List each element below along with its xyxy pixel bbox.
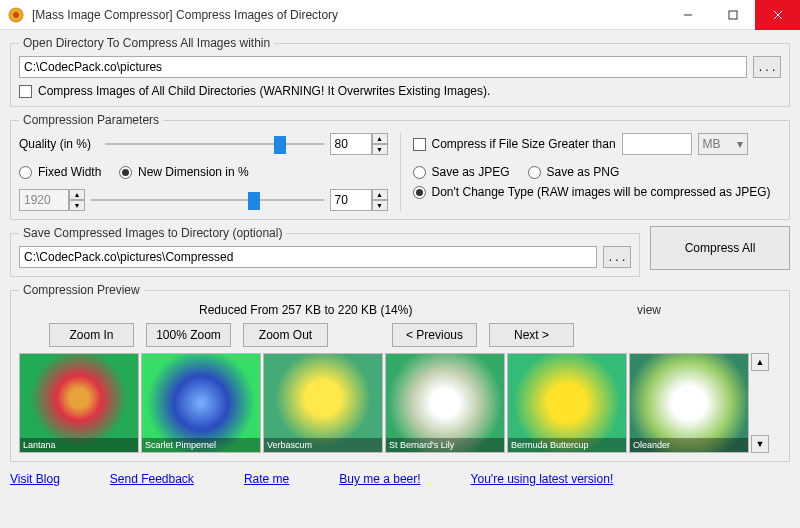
size-threshold-input[interactable]: [622, 133, 692, 155]
quality-down[interactable]: ▼: [372, 144, 388, 155]
reduction-label: Reduced From 257 KB to 220 KB (14%): [199, 303, 412, 317]
dest-browse-button[interactable]: . . .: [603, 246, 631, 268]
child-dirs-checkbox[interactable]: [19, 85, 32, 98]
preview-group: Compression Preview Reduced From 257 KB …: [10, 283, 790, 462]
new-dim-radio[interactable]: [119, 166, 132, 179]
minimize-button[interactable]: [665, 0, 710, 30]
open-directory-legend: Open Directory To Compress All Images wi…: [19, 36, 274, 50]
dont-change-label: Don't Change Type (RAW images will be co…: [432, 185, 771, 199]
thumbnail[interactable]: Scarlet Pimpernel: [141, 353, 261, 453]
title-bar: [Mass Image Compressor] Compress Images …: [0, 0, 800, 30]
save-jpeg-label: Save as JPEG: [432, 165, 510, 179]
save-png-label: Save as PNG: [547, 165, 620, 179]
thumbnail-scrollbar[interactable]: ▲ ▼: [751, 353, 769, 453]
fixed-width-label: Fixed Width: [38, 165, 113, 179]
fixed-width-down[interactable]: ▼: [69, 200, 85, 211]
svg-point-1: [13, 12, 19, 18]
open-directory-group: Open Directory To Compress All Images wi…: [10, 36, 790, 107]
save-dir-group: Save Compressed Images to Directory (opt…: [10, 226, 640, 277]
previous-button[interactable]: < Previous: [392, 323, 477, 347]
source-path-input[interactable]: [19, 56, 747, 78]
thumbnail[interactable]: Bermuda Buttercup: [507, 353, 627, 453]
params-group: Compression Parameters Quality (in %) ▲▼…: [10, 113, 790, 220]
save-png-radio[interactable]: [528, 166, 541, 179]
thumbnail[interactable]: Oleander: [629, 353, 749, 453]
preview-legend: Compression Preview: [19, 283, 144, 297]
quality-label: Quality (in %): [19, 137, 99, 151]
zoom-100-button[interactable]: 100% Zoom: [146, 323, 231, 347]
footer-links: Visit Blog Send Feedback Rate me Buy me …: [0, 468, 800, 494]
dimension-stepper[interactable]: ▲▼: [330, 189, 388, 211]
dest-path-input[interactable]: [19, 246, 597, 268]
zoom-in-button[interactable]: Zoom In: [49, 323, 134, 347]
visit-blog-link[interactable]: Visit Blog: [10, 472, 60, 486]
params-legend: Compression Parameters: [19, 113, 163, 127]
dimension-down[interactable]: ▼: [372, 200, 388, 211]
dimension-value[interactable]: [330, 189, 372, 211]
quality-stepper[interactable]: ▲▼: [330, 133, 388, 155]
fixed-width-stepper[interactable]: ▲▼: [19, 189, 85, 211]
fixed-width-up[interactable]: ▲: [69, 189, 85, 200]
chevron-down-icon: ▾: [737, 137, 743, 151]
view-label: view: [637, 303, 661, 317]
scroll-up-icon[interactable]: ▲: [751, 353, 769, 371]
fixed-width-radio[interactable]: [19, 166, 32, 179]
zoom-out-button[interactable]: Zoom Out: [243, 323, 328, 347]
size-threshold-checkbox[interactable]: [413, 138, 426, 151]
save-jpeg-radio[interactable]: [413, 166, 426, 179]
buy-beer-link[interactable]: Buy me a beer!: [339, 472, 420, 486]
new-dim-label: New Dimension in %: [138, 165, 249, 179]
size-unit-select[interactable]: MB▾: [698, 133, 748, 155]
fixed-width-value[interactable]: [19, 189, 69, 211]
app-icon: [8, 7, 24, 23]
child-dirs-label: Compress Images of All Child Directories…: [38, 84, 490, 98]
size-threshold-label: Compress if File Size Greater than: [432, 137, 616, 151]
compress-all-button[interactable]: Compress All: [650, 226, 790, 270]
dimension-up[interactable]: ▲: [372, 189, 388, 200]
quality-slider[interactable]: [105, 134, 324, 154]
thumbnail[interactable]: Verbascum: [263, 353, 383, 453]
source-browse-button[interactable]: . . .: [753, 56, 781, 78]
maximize-button[interactable]: [710, 0, 755, 30]
thumbnail[interactable]: St Bernard's Lily: [385, 353, 505, 453]
quality-value[interactable]: [330, 133, 372, 155]
next-button[interactable]: Next >: [489, 323, 574, 347]
rate-link[interactable]: Rate me: [244, 472, 289, 486]
window-title: [Mass Image Compressor] Compress Images …: [32, 8, 665, 22]
scroll-down-icon[interactable]: ▼: [751, 435, 769, 453]
thumbnail[interactable]: Lantana: [19, 353, 139, 453]
send-feedback-link[interactable]: Send Feedback: [110, 472, 194, 486]
dont-change-radio[interactable]: [413, 186, 426, 199]
close-button[interactable]: [755, 0, 800, 30]
svg-rect-3: [729, 11, 737, 19]
dimension-slider[interactable]: [91, 190, 324, 210]
version-link[interactable]: You're using latest version!: [471, 472, 614, 486]
quality-up[interactable]: ▲: [372, 133, 388, 144]
save-dir-legend: Save Compressed Images to Directory (opt…: [19, 226, 286, 240]
